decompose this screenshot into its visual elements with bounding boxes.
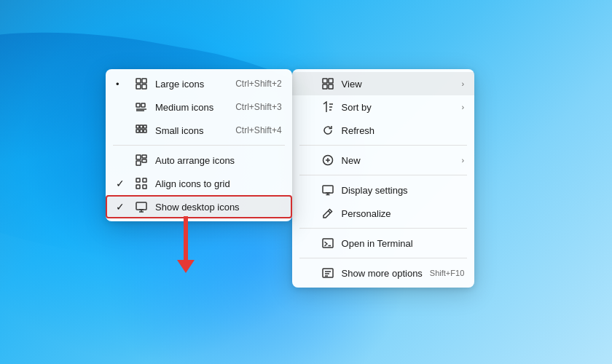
main-menu-divider2 (299, 175, 468, 175)
small-icons-shortcut: Ctrl+Shift+4 (235, 125, 281, 135)
svg-rect-8 (136, 125, 139, 128)
svg-rect-0 (136, 79, 141, 83)
svg-rect-14 (136, 155, 141, 159)
new-arrow-icon: › (462, 156, 465, 165)
svg-rect-36 (323, 186, 333, 193)
submenu-divider1 (113, 145, 285, 146)
sort-by-arrow-icon: › (462, 103, 465, 111)
svg-rect-22 (136, 202, 146, 210)
auto-arrange-label: Auto arrange icons (155, 155, 282, 166)
medium-icons-shortcut: Ctrl+Shift+3 (235, 102, 281, 112)
new-icon (321, 154, 334, 167)
view-submenu: • Large icons Ctrl+Shift+2 (106, 69, 292, 221)
svg-rect-41 (323, 239, 333, 248)
small-icons-label: Small icons (155, 125, 213, 136)
auto-arrange-icon (135, 154, 148, 167)
svg-rect-21 (143, 185, 146, 189)
align-grid-label: Align icons to grid (155, 178, 282, 189)
personalize-label: Personalize (342, 208, 465, 219)
check-mark: ✓ (116, 201, 128, 213)
svg-rect-11 (136, 130, 139, 132)
svg-rect-18 (136, 178, 140, 182)
medium-icons-label: Medium icons (155, 102, 213, 113)
svg-rect-15 (142, 155, 146, 158)
main-context-menu: View › Sort by › (292, 69, 475, 288)
align-grid-icon (135, 177, 148, 190)
svg-rect-19 (143, 178, 146, 182)
submenu-item-medium-icons[interactable]: Medium icons Ctrl+Shift+3 (106, 95, 292, 119)
svg-line-40 (328, 211, 330, 213)
show-desktop-icons-label: Show desktop icons (155, 202, 282, 213)
medium-icons-icon (135, 100, 148, 114)
svg-rect-3 (142, 84, 146, 89)
main-menu-divider1 (299, 145, 468, 146)
submenu-item-show-desktop-icons[interactable]: ✓ Show desktop icons (106, 195, 292, 218)
main-menu-divider4 (299, 258, 468, 258)
main-menu-item-terminal[interactable]: Open in Terminal (292, 232, 475, 255)
show-more-shortcut: Shift+F10 (430, 269, 464, 277)
large-icons-icon (135, 77, 148, 90)
submenu-item-auto-arrange[interactable]: Auto arrange icons (106, 149, 292, 172)
svg-rect-26 (323, 79, 327, 83)
submenu-item-small-icons[interactable]: Small icons Ctrl+Shift+4 (106, 119, 292, 142)
large-icons-label: Large icons (155, 79, 213, 90)
display-settings-icon (321, 183, 334, 197)
sort-by-icon (321, 100, 334, 114)
main-menu-item-show-more-options[interactable]: Show more options Shift+F10 (292, 261, 475, 285)
svg-rect-29 (329, 84, 333, 89)
context-menus-wrapper: • Large icons Ctrl+Shift+2 (106, 69, 474, 288)
main-menu-item-sort-by[interactable]: Sort by › (292, 95, 475, 119)
svg-rect-13 (144, 130, 146, 132)
svg-rect-5 (141, 103, 145, 107)
svg-rect-9 (140, 125, 143, 128)
main-menu-item-personalize[interactable]: Personalize (292, 202, 475, 225)
svg-rect-20 (136, 185, 140, 189)
show-more-options-label: Show more options (342, 268, 423, 279)
personalize-icon (321, 207, 334, 220)
new-label: New (342, 155, 455, 166)
submenu-item-align-grid[interactable]: ✓ Align icons to grid (106, 172, 292, 195)
view-label: View (342, 79, 455, 90)
show-more-options-icon (321, 266, 334, 280)
svg-rect-17 (142, 159, 146, 162)
svg-rect-27 (329, 79, 333, 83)
terminal-icon (321, 237, 334, 250)
svg-rect-1 (142, 79, 146, 83)
svg-rect-16 (136, 161, 141, 165)
display-settings-label: Display settings (342, 185, 465, 196)
sort-by-label: Sort by (342, 102, 455, 113)
submenu-item-large-icons[interactable]: • Large icons Ctrl+Shift+2 (106, 72, 292, 95)
check-mark: • (116, 79, 128, 90)
large-icons-shortcut: Ctrl+Shift+2 (235, 79, 281, 89)
check-mark: ✓ (116, 178, 128, 189)
svg-rect-28 (323, 84, 327, 89)
small-icons-icon (135, 124, 148, 137)
main-menu-divider3 (299, 228, 468, 229)
view-icon (321, 77, 334, 90)
refresh-icon (321, 124, 334, 137)
main-menu-item-new[interactable]: New › (292, 149, 475, 172)
arrow-head (177, 260, 195, 273)
main-menu-item-view[interactable]: View › (292, 72, 475, 95)
svg-rect-2 (136, 84, 141, 89)
show-desktop-icon (135, 200, 148, 213)
view-arrow-icon: › (462, 79, 465, 88)
svg-rect-10 (144, 125, 146, 128)
refresh-label: Refresh (342, 125, 465, 136)
terminal-label: Open in Terminal (342, 238, 465, 249)
main-menu-item-refresh[interactable]: Refresh (292, 119, 475, 142)
arrow-shaft (184, 216, 188, 260)
main-menu-item-display-settings[interactable]: Display settings (292, 178, 475, 202)
svg-rect-12 (140, 130, 143, 132)
arrow-annotation (177, 216, 195, 273)
svg-rect-4 (136, 103, 140, 107)
